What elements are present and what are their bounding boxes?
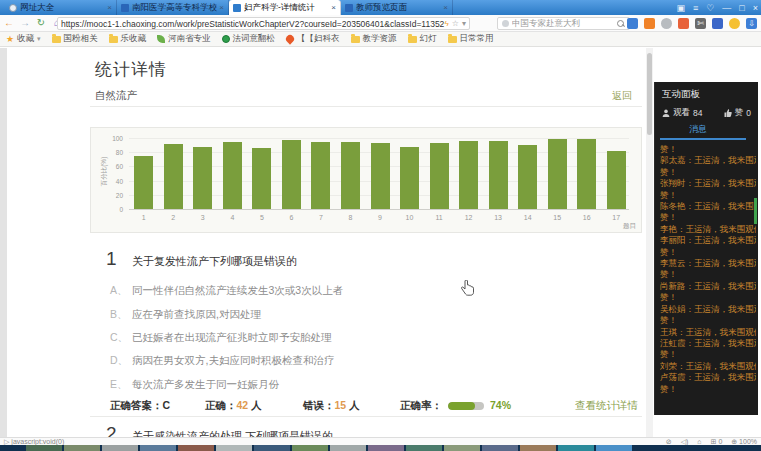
browser-tab[interactable]: 教师预览页面× [341,0,453,15]
search-input[interactable]: 中国专家赴意大利 [497,17,630,30]
divider [90,106,642,107]
taskbar-window[interactable] [558,445,594,451]
rate-progress-bar [448,402,484,410]
page-scrollbar[interactable] [646,48,653,437]
question-number: 2 [106,423,117,437]
bookmark-label: 日常常用 [460,33,494,45]
bookmark-item[interactable]: 教学资源 [351,33,397,45]
url-text[interactable]: https://mooc1-1.chaoxing.com/work/preSta… [61,19,445,29]
forward-button[interactable]: → [19,17,31,29]
taskbar-window[interactable] [368,445,404,451]
option-text[interactable]: 应在孕前查找原因,对因处理 [132,308,261,322]
taskbar-window[interactable] [216,445,252,451]
taskbar-window[interactable] [596,445,632,451]
taskbar-window[interactable] [482,445,518,451]
apps-icon[interactable]: ▣ [676,3,685,13]
chat-message: 李丽阳：王运清，我来围观你的 [660,235,756,246]
history-extension-icon[interactable] [661,18,672,29]
bookmark-item[interactable]: 法词意翻松 [222,33,276,45]
tab-close-icon[interactable]: × [331,3,336,12]
browser-toolbar: ←→↻⌂ https://mooc1-1.chaoxing.com/work/p… [0,15,761,32]
page-title: 统计详情 [95,58,167,81]
folder-icon [351,36,360,43]
taskbar-window[interactable] [330,445,366,451]
back-button[interactable]: ← [3,17,15,29]
tab-close-icon[interactable]: × [443,3,448,12]
option-text[interactable]: 每次流产多发生于同一妊娠月份 [132,378,279,392]
taskbar-window[interactable] [444,445,480,451]
mouse-cursor-hand-icon [461,280,474,300]
taskbar-window[interactable] [520,445,556,451]
address-bar[interactable]: https://mooc1-1.chaoxing.com/work/preSta… [57,17,470,30]
chart-bar [400,147,419,209]
favorite-icon[interactable]: ♡ [706,3,714,13]
tab-close-icon[interactable]: × [107,3,112,12]
page-left-edge [0,48,7,437]
taskbar-window[interactable] [102,445,138,451]
browser-tab[interactable]: 网址大全× [5,0,117,15]
taskbar-window[interactable] [406,445,442,451]
yellow-extension-icon[interactable] [729,18,740,29]
browser-tab[interactable]: 妇产科学-详情统计× [229,0,341,15]
bookmark-item[interactable]: 日常常用 [448,33,494,45]
bookmark-item[interactable]: 河南省专业 [157,33,211,45]
search-icon[interactable] [617,20,625,28]
taskbar-window[interactable] [140,445,176,451]
download-extension-icon[interactable]: ⇩ [746,18,757,29]
maximize-button[interactable]: □ [739,3,744,13]
refresh-button[interactable]: ↻ [35,17,47,29]
chat-message: 郭太嘉：王运清，我来围观你的 [660,155,756,166]
dropdown-caret-icon[interactable]: ▾ [462,19,466,28]
option-letter: A、 [110,284,128,298]
menu-icon[interactable]: ≡ [693,3,698,13]
option-text[interactable]: 同一性伴侣自然流产连续发生3次或3次以上者 [132,284,343,298]
lightning-icon[interactable]: ϟ [445,19,449,28]
view-stats-detail-link[interactable]: 查看统计详情 [575,399,638,413]
taskbar-window[interactable] [26,445,62,451]
browser-tab[interactable]: 南阳医学高等专科学校× [117,0,229,15]
windows-taskbar[interactable] [0,445,761,451]
close-button[interactable]: × [753,3,758,13]
back-link[interactable]: 返回 [612,89,632,103]
chat-message: 刘荣：王运清，我来围观你的 [660,361,756,372]
option-text[interactable]: 已妊娠者在出现流产征兆时立即予安胎处理 [132,331,332,345]
minimize-button[interactable]: — [722,3,731,13]
page-scrollbar-thumb[interactable] [647,53,652,135]
x-tick-label: 10 [400,214,420,221]
bookmark-item[interactable]: 幻灯 [408,33,437,45]
folder-icon [52,36,61,43]
bookmark-item[interactable]: 【【妇科衣 [286,33,340,45]
taskbar-window[interactable] [178,445,214,451]
taskbar-window[interactable] [64,445,100,451]
taskbar-window[interactable] [254,445,290,451]
bookmark-item[interactable]: 乐收藏 [109,33,147,45]
likes-stat[interactable]: 赞 0 [724,107,751,119]
chat-message: 赞！ [660,144,756,155]
option-text[interactable]: 病因在男女双方,夫妇应同时积极检查和治疗 [132,354,334,368]
chat-message: 赞！ [660,190,756,201]
bookmark-item[interactable]: 国粉相关 [52,33,98,45]
bookmark-label: 国粉相关 [64,33,98,45]
chat-message: 卢荡霞：王运清，我来围观你的 [660,372,756,383]
flame-extension-icon[interactable] [644,18,655,29]
x-tick-label: 7 [311,214,331,221]
taskbar-window[interactable] [292,445,328,451]
panel-scrollbar-thumb[interactable] [754,198,757,224]
scissors-extension-icon[interactable]: ✄ [695,18,706,29]
tab-messages[interactable]: 消息 [655,123,758,136]
likes-count: 0 [746,108,751,118]
correct-count-label: 正确： [205,399,237,411]
docs-extension-icon[interactable] [712,18,723,29]
capture-extension-icon[interactable] [678,18,689,29]
notes-extension-icon[interactable] [627,18,638,29]
bookmark-star-icon[interactable]: ☆ [452,19,459,28]
bookmark-item[interactable]: ★收藏▾ [6,33,41,45]
tab-close-icon[interactable]: × [219,3,224,12]
x-tick-label: 8 [340,214,360,221]
url-actions: ϟ☆▾ [445,19,466,28]
search-suggestion-text[interactable]: 中国专家赴意大利 [512,18,614,30]
chart-bar [459,141,478,209]
interactive-panel: 互动面板 观看 84 赞 0 消息 赞！郭太嘉：王运清，我来围观你的赞！张翔时：… [654,82,758,415]
caret-down-icon: ▾ [37,35,41,43]
chart-bar [134,156,153,209]
